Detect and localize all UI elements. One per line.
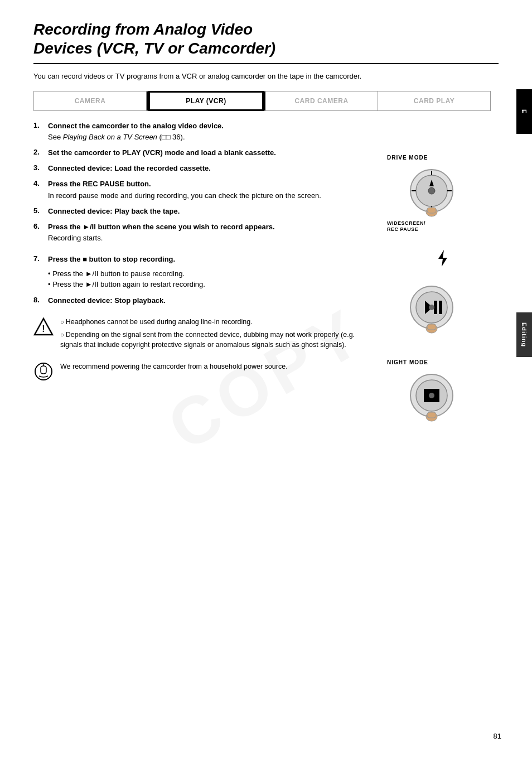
step-5-title: Connected device: Play back the tape. [48, 207, 180, 215]
mode-bar: CAMERA PLAY (VCR) CARD CAMERA CARD PLAY [33, 91, 491, 111]
svg-rect-28 [427, 412, 436, 418]
mode-card-play-label: CARD PLAY [414, 97, 454, 105]
drive-mode-illustration: DRIVE MODE [387, 155, 499, 233]
step-8-title: Connected device: Stop playback. [48, 296, 166, 305]
step-7: 7. Press the ■ button to stop recording.… [33, 254, 357, 290]
svg-rect-19 [439, 301, 442, 314]
lightning-icon [437, 250, 448, 267]
caution-triangle-icon: ! [33, 317, 54, 337]
drive-mode-label: DRIVE MODE [387, 155, 499, 161]
drive-mode-sublabel: WIDESCREEN/REC PAUSE [387, 220, 499, 233]
caution-note-2: Depending on the signal sent from the co… [60, 330, 376, 351]
step-3-content: Connected device: Load the recorded cass… [48, 163, 357, 173]
step-7-number: 7. [33, 254, 45, 290]
caution-notes: Headphones cannot be used during analog … [60, 317, 376, 353]
step-6-number: 6. [33, 222, 45, 243]
caution-note-1: Headphones cannot be used during analog … [60, 317, 376, 327]
e-label: E [521, 109, 528, 114]
step-5-content: Connected device: Play back the tape. [48, 206, 357, 216]
e-tab: E [516, 89, 532, 134]
right-images: DRIVE MODE [387, 155, 499, 431]
lightning-area [387, 250, 499, 268]
step-1-title: Connect the camcorder to the analog vide… [48, 122, 224, 130]
svg-marker-14 [438, 250, 447, 267]
step-2: 2. Set the camcorder to PLAY (VCR) mode … [33, 148, 357, 158]
notes-section: ! Headphones cannot be used during analo… [33, 317, 376, 353]
power-icon [33, 361, 54, 382]
step-4-number: 4. [33, 179, 45, 200]
step-7-bullet-1: Press the ►/II button to pause recording… [48, 268, 357, 279]
svg-rect-13 [427, 208, 436, 213]
step-3-title: Connected device: Load the recorded cass… [48, 164, 211, 172]
page-number: 81 [494, 732, 501, 740]
step-5: 5. Connected device: Play back the tape. [33, 206, 357, 216]
step-7-bullets: Press the ►/II button to pause recording… [48, 268, 357, 290]
editing-label: Editing [521, 322, 528, 347]
drive-mode-svg [387, 163, 476, 219]
left-content: 1. Connect the camcorder to the analog v… [33, 121, 376, 431]
step-6-title: Press the ►/II button when the scene you… [48, 223, 275, 231]
step-6-body: Recording starts. [48, 233, 357, 243]
content-layout: 1. Connect the camcorder to the analog v… [33, 121, 499, 431]
power-note-section: We recommend powering the camcorder from… [33, 361, 376, 382]
step-1: 1. Connect the camcorder to the analog v… [33, 121, 357, 142]
step-6-content: Press the ►/II button when the scene you… [48, 222, 357, 243]
mode-camera[interactable]: CAMERA [34, 91, 147, 110]
mode-card-camera-label: CARD CAMERA [294, 97, 348, 105]
night-mode-svg [387, 368, 476, 429]
step-6: 6. Press the ►/II button when the scene … [33, 222, 357, 243]
step-4: 4. Press the REC PAUSE button. In record… [33, 179, 357, 200]
mode-camera-label: CAMERA [75, 97, 106, 105]
night-mode-label: NIGHT MODE [387, 359, 499, 365]
page-title: Recording from Analog Video Devices (VCR… [33, 20, 499, 64]
power-note-icon [33, 361, 54, 382]
play-pause-svg [387, 279, 476, 341]
mode-card-play[interactable]: CARD PLAY [378, 91, 490, 110]
step-1-number: 1. [33, 121, 45, 142]
svg-point-11 [428, 187, 435, 194]
title-line2: Devices (VCR, TV or Camcorder) [33, 40, 275, 57]
play-pause-illustration [387, 279, 499, 343]
step-7-title: Press the ■ button to stop recording. [48, 255, 175, 263]
step-1-content: Connect the camcorder to the analog vide… [48, 121, 357, 142]
svg-rect-22 [427, 324, 436, 330]
step-4-title: Press the REC PAUSE button. [48, 180, 151, 188]
mode-card-camera[interactable]: CARD CAMERA [265, 91, 378, 110]
step-3-number: 3. [33, 163, 45, 173]
step-3: 3. Connected device: Load the recorded c… [33, 163, 357, 173]
step-7-bullet-2: Press the ►/II button again to restart r… [48, 279, 357, 290]
svg-point-20 [429, 305, 434, 310]
mode-play-vcr[interactable]: PLAY (VCR) [148, 91, 264, 111]
svg-point-26 [429, 393, 434, 398]
step-8: 8. Connected device: Stop playback. [33, 296, 357, 306]
svg-text:!: ! [42, 324, 45, 334]
step-8-number: 8. [33, 296, 45, 306]
power-note-content: We recommend powering the camcorder from… [60, 363, 288, 370]
step-5-number: 5. [33, 206, 45, 216]
intro-text: You can record videos or TV programs fro… [33, 71, 499, 82]
step-2-number: 2. [33, 148, 45, 158]
night-mode-area: NIGHT MODE [387, 359, 499, 431]
step-2-title: Set the camcorder to PLAY (VCR) mode and… [48, 148, 276, 157]
caution-icon: ! [33, 317, 54, 337]
mode-play-vcr-label: PLAY (VCR) [186, 97, 226, 105]
power-note-text: We recommend powering the camcorder from… [60, 361, 288, 372]
step-1-body: See Playing Back on a TV Screen (□□ 36). [48, 132, 357, 142]
title-line1: Recording from Analog Video [33, 21, 253, 38]
editing-tab: Editing [516, 312, 532, 357]
step-7-content: Press the ■ button to stop recording. Pr… [48, 254, 357, 290]
step-2-content: Set the camcorder to PLAY (VCR) mode and… [48, 148, 357, 158]
step-4-body: In record pause mode and during recordin… [48, 191, 357, 201]
step-8-content: Connected device: Stop playback. [48, 296, 357, 306]
page-container: COPY E Editing Recording from Analog Vid… [0, 0, 532, 757]
steps-list: 1. Connect the camcorder to the analog v… [33, 121, 357, 306]
step-4-content: Press the REC PAUSE button. In record pa… [48, 179, 357, 200]
